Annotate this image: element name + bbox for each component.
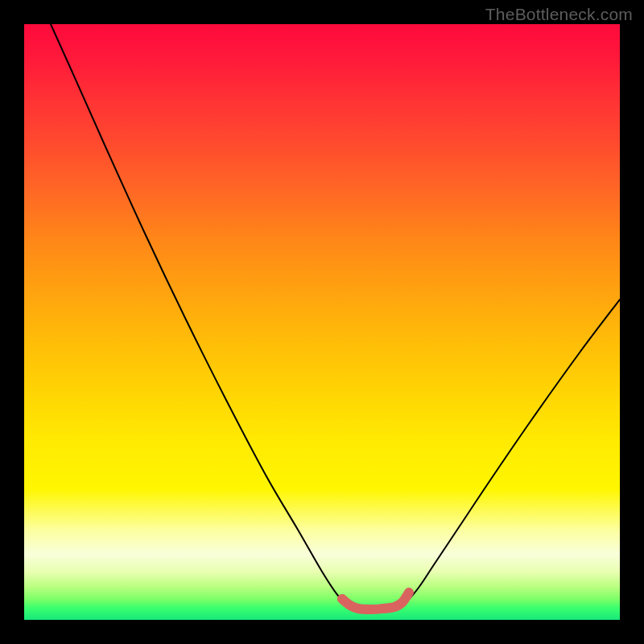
plot-area	[24, 24, 620, 620]
watermark-text: TheBottleneck.com	[485, 5, 633, 24]
bottleneck-curve	[51, 24, 620, 609]
curve-layer	[24, 24, 620, 620]
trough-highlight	[342, 592, 409, 609]
chart-frame: TheBottleneck.com	[0, 0, 644, 644]
